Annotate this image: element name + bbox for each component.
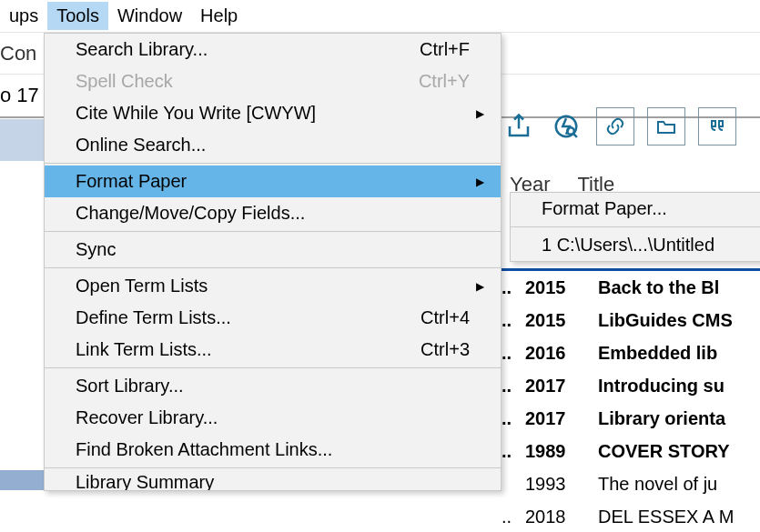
menu-label: Library Summary xyxy=(76,472,475,491)
table-row[interactable]: ..2015Back to the Bl xyxy=(502,271,760,304)
menu-shortcut: Ctrl+Y xyxy=(419,71,470,92)
subrow2-text: o 17 xyxy=(0,84,39,107)
menu-library-summary[interactable]: Library Summary xyxy=(45,470,501,490)
table-row[interactable]: ..2017Introducing su xyxy=(502,369,760,402)
menu-label: Sync xyxy=(76,239,475,260)
submenu-format-paper[interactable]: Format Paper... xyxy=(511,193,760,225)
left-column xyxy=(0,119,44,490)
menu-label: Search Library... xyxy=(76,39,420,60)
reference-list: ..2015Back to the Bl ..2015LibGuides CMS… xyxy=(502,268,760,532)
table-row[interactable]: ..1989COVER STORY xyxy=(502,435,760,467)
quote-icon[interactable] xyxy=(698,107,736,146)
menu-shortcut: Ctrl+3 xyxy=(421,339,470,360)
menu-label: Change/Move/Copy Fields... xyxy=(76,203,475,224)
menu-label: Spell Check xyxy=(76,71,419,92)
menu-separator xyxy=(45,367,501,368)
menu-label: Cite While You Write [CWYW] xyxy=(76,103,475,124)
menu-change-move-copy[interactable]: Change/Move/Copy Fields... xyxy=(45,197,501,229)
menubar-item-tools[interactable]: Tools xyxy=(47,2,108,30)
menu-shortcut: Ctrl+F xyxy=(420,39,470,60)
menu-online-search[interactable]: Online Search... xyxy=(45,129,501,161)
menu-separator xyxy=(45,163,501,164)
share-icon[interactable] xyxy=(502,107,536,146)
menu-label: Format Paper... xyxy=(542,198,753,219)
menu-shortcut: Ctrl+4 xyxy=(421,307,470,328)
menu-label: Sort Library... xyxy=(76,376,475,396)
table-row[interactable]: 1993The novel of ju xyxy=(502,467,760,500)
menu-recover-library[interactable]: Recover Library... xyxy=(45,402,501,434)
menu-label: Link Term Lists... xyxy=(76,339,421,360)
menu-label: Online Search... xyxy=(76,135,475,156)
menu-label: Recover Library... xyxy=(76,407,475,428)
menu-separator xyxy=(45,231,501,232)
left-selection-block xyxy=(0,470,46,490)
menu-label: 1 C:\Users\...\Untitled xyxy=(542,235,753,256)
menu-cwyw[interactable]: Cite While You Write [CWYW] ▶ xyxy=(45,97,501,129)
menu-label: Find Broken Attachment Links... xyxy=(76,439,475,460)
menubar-item-window[interactable]: Window xyxy=(108,2,191,30)
pdf-search-icon[interactable] xyxy=(549,107,583,146)
menu-label: Format Paper xyxy=(76,171,475,192)
submenu-recent-document[interactable]: 1 C:\Users\...\Untitled xyxy=(511,229,760,261)
menu-sync[interactable]: Sync xyxy=(45,234,501,266)
menu-separator xyxy=(511,226,760,227)
table-row[interactable]: ..2018DEL ESSEX A M xyxy=(502,500,760,532)
left-highlight-strip xyxy=(0,119,46,161)
tools-dropdown-menu: Search Library... Ctrl+F Spell Check Ctr… xyxy=(44,33,502,491)
menu-label: Open Term Lists xyxy=(76,276,475,296)
subheader-text: Con xyxy=(0,42,36,65)
chevron-right-icon: ▶ xyxy=(475,280,484,293)
toolbar xyxy=(502,107,736,146)
menubar-item-groups[interactable]: ups xyxy=(0,2,47,30)
folder-icon[interactable] xyxy=(647,107,685,146)
menu-sort-library[interactable]: Sort Library... xyxy=(45,370,501,402)
menu-find-broken-links[interactable]: Find Broken Attachment Links... xyxy=(45,434,501,466)
menu-spell-check: Spell Check Ctrl+Y xyxy=(45,65,501,97)
menubar: ups Tools Window Help xyxy=(0,0,760,33)
menu-open-term-lists[interactable]: Open Term Lists ▶ xyxy=(45,270,501,302)
link-icon[interactable] xyxy=(596,107,634,146)
menu-link-term-lists[interactable]: Link Term Lists... Ctrl+3 xyxy=(45,334,501,366)
table-row[interactable]: ..2016Embedded lib xyxy=(502,336,760,369)
svg-point-1 xyxy=(567,127,574,135)
table-row[interactable]: ..2017Library orienta xyxy=(502,402,760,435)
format-paper-submenu: Format Paper... 1 C:\Users\...\Untitled xyxy=(510,192,760,262)
menu-search-library[interactable]: Search Library... Ctrl+F xyxy=(45,34,501,65)
menubar-item-help[interactable]: Help xyxy=(191,2,247,30)
chevron-right-icon: ▶ xyxy=(475,107,484,120)
menu-separator xyxy=(45,267,501,268)
chevron-right-icon: ▶ xyxy=(475,176,484,188)
table-row[interactable]: ..2015LibGuides CMS xyxy=(502,304,760,336)
menu-format-paper[interactable]: Format Paper ▶ xyxy=(45,166,501,197)
menu-label: Define Term Lists... xyxy=(76,307,421,328)
menu-separator xyxy=(45,467,501,468)
menu-define-term-lists[interactable]: Define Term Lists... Ctrl+4 xyxy=(45,302,501,334)
